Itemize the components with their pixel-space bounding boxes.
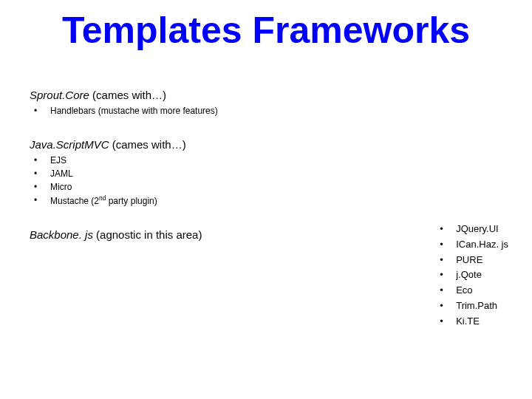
right-template-list: JQuery.UI ICan.Haz. js PURE j.Qote Eco T… [435,222,508,330]
list-item: Micro [30,180,510,194]
list-item: Trim.Path [435,299,508,314]
heading-suffix: (agnostic in this area) [93,228,202,241]
list-item: Eco [435,283,508,299]
list-item: JQuery.UI [435,222,508,237]
section-heading: Sprout.Core (cames with…) [30,89,510,101]
list-item: Handlebars (mustache with more features) [30,104,510,117]
framework-name: Backbone. js [30,228,93,241]
section-sproutcore: Sprout.Core (cames with…) Handlebars (mu… [30,89,510,117]
list-item: PURE [435,253,508,268]
heading-suffix: (cames with…) [89,89,166,101]
list-item: Ki.TE [435,314,508,330]
list-item: Mustache (2nd party plugin) [30,194,510,208]
list-item: EJS [30,154,510,167]
section-javascriptmvc: Java.ScriptMVC (cames with…) EJS JAML Mi… [30,138,510,208]
template-item-list: JQuery.UI ICan.Haz. js PURE j.Qote Eco T… [435,222,508,330]
section-item-list: EJS JAML Micro Mustache (2nd party plugi… [30,154,510,208]
list-item: ICan.Haz. js [435,237,508,253]
framework-name: Sprout.Core [30,89,89,101]
slide-title: Templates Frameworks [0,0,532,52]
list-item: JAML [30,167,510,180]
section-heading: Java.ScriptMVC (cames with…) [30,138,510,151]
section-item-list: Handlebars (mustache with more features) [30,104,510,117]
heading-suffix: (cames with…) [109,138,186,151]
slide-content: Sprout.Core (cames with…) Handlebars (mu… [0,52,532,241]
framework-name: Java.ScriptMVC [30,138,109,151]
list-item: j.Qote [435,267,508,283]
